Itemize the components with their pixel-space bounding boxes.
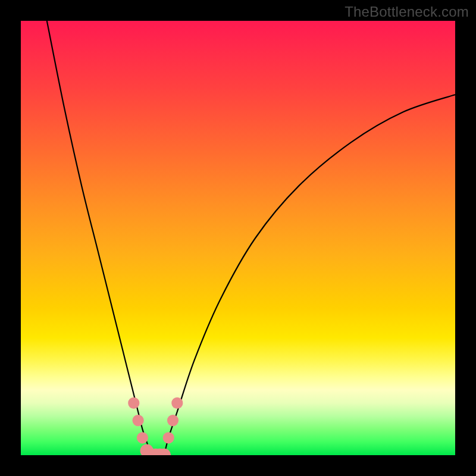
curve-layer bbox=[21, 21, 455, 455]
marker-point bbox=[167, 415, 178, 426]
plot-area bbox=[21, 21, 455, 455]
chart-frame: TheBottleneck.com bbox=[0, 0, 476, 476]
marker-point bbox=[163, 432, 174, 443]
watermark-text: TheBottleneck.com bbox=[345, 4, 469, 20]
marker-point bbox=[171, 397, 183, 409]
marker-point bbox=[133, 415, 144, 426]
marker-point bbox=[128, 397, 139, 409]
series-right-branch bbox=[164, 95, 455, 455]
series-left-branch bbox=[47, 21, 151, 455]
marker-point bbox=[137, 432, 148, 443]
